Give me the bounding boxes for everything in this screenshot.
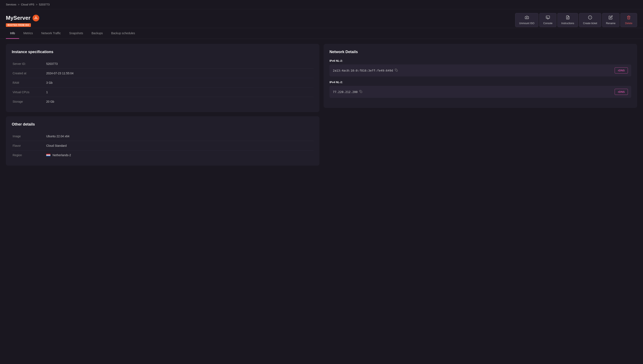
netherlands-flag-icon	[46, 154, 51, 156]
tab-backups[interactable]: Backups	[87, 28, 107, 39]
instructions-icon	[566, 15, 570, 20]
tab-metrics[interactable]: Metrics	[19, 28, 37, 39]
console-button[interactable]: Console	[539, 13, 556, 27]
delete-label: Delete	[625, 22, 632, 25]
spec-label: Storage	[12, 97, 45, 106]
delete-button[interactable]: Delete	[620, 13, 637, 27]
ipv4-row: 77.220.212.200 rDNS	[329, 86, 631, 98]
table-row: Storage 20 Gb	[12, 97, 314, 106]
tab-network-traffic[interactable]: Network Traffic	[37, 28, 65, 39]
spec-value: Cloud Standard	[45, 141, 314, 150]
rename-button[interactable]: Rename	[602, 13, 619, 27]
copy-ipv6-icon[interactable]	[395, 69, 398, 72]
console-label: Console	[543, 22, 552, 25]
spec-value: 1	[45, 88, 314, 97]
toolbar: Unmount ISO Console	[515, 13, 637, 28]
table-row: Server ID: 5203773	[12, 59, 314, 69]
svg-point-3	[37, 18, 38, 19]
copy-ipv4-icon[interactable]	[359, 90, 362, 94]
instance-specs-title: Instance specifications	[12, 50, 314, 54]
table-row: Region Netherlands-2	[12, 150, 314, 160]
spec-label: RAM	[12, 78, 45, 88]
network-details-title: Network Details	[329, 50, 631, 54]
svg-rect-15	[46, 155, 51, 156]
delete-icon	[627, 15, 631, 20]
ipv4-section: IPv4 NL-2: 77.220.212.200 rDNS	[329, 80, 631, 98]
table-row: Virtual CPUs 1	[12, 88, 314, 97]
rename-icon	[608, 15, 613, 20]
spec-label: Image	[12, 132, 45, 141]
other-details-table: Image Ubuntu 22.04 x64 Flavor Cloud Stan…	[12, 132, 314, 160]
region-value: Netherlands-2	[45, 150, 314, 160]
svg-point-2	[36, 16, 36, 17]
create-ticket-button[interactable]: Create ticket	[579, 13, 601, 27]
nav-tabs: Info Metrics Network Traffic Snapshots B…	[0, 28, 643, 39]
ipv6-label: IPv6 NL-2:	[329, 59, 631, 62]
ipv6-row: 2a13:4ac0:10:0:f816:3eff:fe49:649d rDNS	[329, 64, 631, 76]
table-row: Image Ubuntu 22.04 x64	[12, 132, 314, 141]
spec-label: Virtual CPUs	[12, 88, 45, 97]
ipv6-section: IPv6 NL-2: 2a13:4ac0:10:0:f816:3eff:fe49…	[329, 59, 631, 76]
ipv4-rdns-button[interactable]: rDNS	[615, 89, 628, 95]
specs-table: Server ID: 5203773 Created at 2024-07-23…	[12, 59, 314, 106]
instructions-label: Instructions	[561, 22, 574, 25]
instance-specs-card: Instance specifications Server ID: 52037…	[6, 44, 319, 112]
tab-backup-schedules[interactable]: Backup schedules	[107, 28, 139, 39]
svg-point-4	[34, 18, 35, 19]
other-details-title: Other details	[12, 122, 314, 126]
spec-label: Flavor	[12, 141, 45, 150]
create-ticket-icon	[588, 15, 592, 20]
spec-value: Ubuntu 22.04 x64	[45, 132, 314, 141]
server-name: MyServer	[6, 15, 31, 21]
console-icon	[546, 15, 550, 20]
spec-value: 20 Gb	[45, 97, 314, 106]
spec-value: 3 Gb	[45, 78, 314, 88]
main-content: Instance specifications Server ID: 52037…	[0, 39, 643, 171]
tab-info[interactable]: Info	[6, 28, 19, 39]
ipv6-address: 2a13:4ac0:10:0:f816:3eff:fe49:649d	[333, 69, 398, 72]
spec-value: 5203773	[45, 59, 314, 69]
unmount-iso-icon	[525, 15, 529, 20]
unmount-iso-button[interactable]: Unmount ISO	[515, 13, 538, 27]
svg-rect-18	[360, 91, 362, 93]
spec-value: 2024-07-23 11:55:04	[45, 69, 314, 78]
ipv6-rdns-button[interactable]: rDNS	[615, 68, 628, 74]
os-icon	[33, 15, 39, 22]
breadcrumb: Services > Cloud VPS > 5203773	[6, 3, 637, 6]
spec-label: Region	[12, 150, 45, 160]
rename-label: Rename	[606, 22, 615, 25]
other-details-card: Other details Image Ubuntu 22.04 x64 Fla…	[6, 116, 319, 166]
table-row: RAM 3 Gb	[12, 78, 314, 88]
booted-badge: BOOTED FROM ISO	[6, 23, 31, 27]
instructions-button[interactable]: Instructions	[557, 13, 578, 27]
svg-rect-16	[46, 156, 51, 156]
table-row: Flavor Cloud Standard	[12, 141, 314, 150]
ipv4-address: 77.220.212.200	[333, 90, 362, 94]
svg-rect-17	[396, 70, 397, 71]
table-row: Created at 2024-07-23 11:55:04	[12, 69, 314, 78]
network-details-card: Network Details IPv6 NL-2: 2a13:4ac0:10:…	[324, 44, 637, 108]
create-ticket-label: Create ticket	[583, 22, 597, 25]
tab-snapshots[interactable]: Snapshots	[65, 28, 87, 39]
spec-label: Server ID:	[12, 59, 45, 69]
spec-label: Created at	[12, 69, 45, 78]
unmount-iso-label: Unmount ISO	[519, 22, 534, 25]
ipv4-label: IPv4 NL-2:	[329, 80, 631, 84]
svg-rect-14	[46, 154, 51, 155]
